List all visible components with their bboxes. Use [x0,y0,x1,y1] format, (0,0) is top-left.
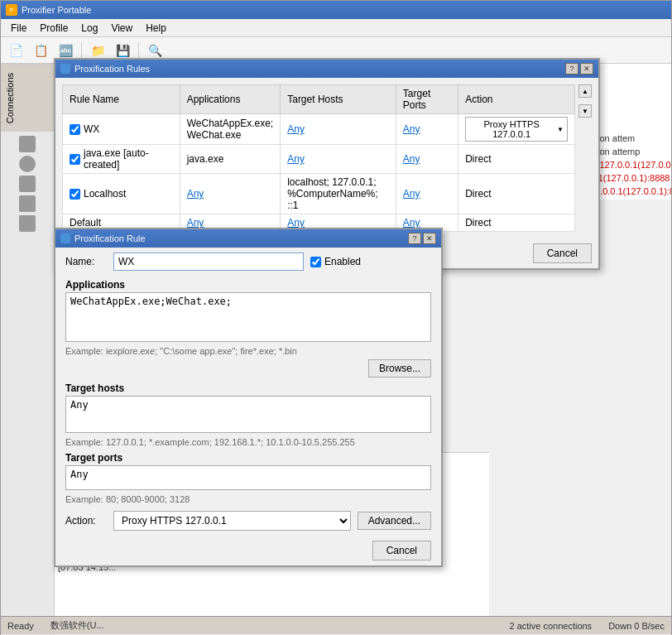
icon-lines[interactable] [19,195,36,212]
rules-dialog-content: Rule Name Applications Target Hosts Targ… [55,78,598,238]
rule-cancel-btn[interactable]: Cancel [372,541,431,560]
browse-row: Browse... [55,358,441,379]
rule-action-default: Direct [458,214,575,232]
rules-dialog-icon [60,64,70,74]
left-panel: Connections ◀ [1,64,55,635]
rule-dialog-footer: Cancel [55,536,441,565]
menu-help[interactable]: Help [139,21,173,36]
rule-hosts-localhost: localhost; 127.0.0.1;%ComputerName%; ::1 [281,174,396,214]
rule-help-btn[interactable]: ? [408,233,421,244]
name-label: Name: [65,256,107,267]
enabled-label: Enabled [324,256,361,267]
app-title: Proxifier Portable [22,5,91,15]
status-speed: Down 0 B/sec [608,621,665,631]
statusbar: Ready 数强软件(U... 2 active connections Dow… [1,616,671,634]
col-target-hosts: Target Hosts [281,85,396,114]
rule-action-wx: Proxy HTTPS 127.0.0.1 ▼ [458,114,575,145]
icon-tree[interactable] [19,215,36,232]
action-label: Action: [65,515,107,527]
table-row: java.exe [auto-created] java.exe Any Any… [63,145,575,174]
rule-name-java: java.exe [auto-created] [63,145,180,174]
rule-ports-wx: Any [396,114,458,145]
rule-checkbox-localhost[interactable] [70,189,80,200]
enabled-checkbox[interactable] [310,257,321,267]
col-applications: Applications [180,85,281,114]
rule-apps-localhost: Any [180,174,281,214]
rules-close-btn[interactable]: ✕ [580,63,593,75]
left-icons [1,132,54,236]
icon-search[interactable] [19,176,36,192]
target-hosts-label: Target hosts [55,379,441,396]
status-software: 数强软件(U... [50,619,104,632]
status-connections: 2 active connections [509,621,592,631]
rules-help-btn[interactable]: ? [565,63,578,75]
scroll-down-btn[interactable]: ▼ [578,104,592,118]
table-scrollbar: ▲ ▼ [578,84,592,118]
rules-dialog-title: Proxification Rules [74,64,150,74]
connections-tab[interactable]: Connections [1,64,54,132]
action-select[interactable]: Proxy HTTPS 127.0.0.1 Direct Block [113,511,351,531]
col-action: Action [458,85,575,114]
menu-file[interactable]: File [4,21,33,36]
toolbar-list-btn[interactable]: 📋 [29,40,52,61]
rule-ports-java: Any [396,145,458,174]
menu-log[interactable]: Log [74,21,104,36]
name-input[interactable] [113,253,304,271]
applications-textarea[interactable]: WeChatAppEx.exe;WeChat.exe; [65,292,431,342]
rule-name-localhost: Localhost [63,174,180,214]
app-titlebar: P Proxifier Portable [1,1,671,19]
name-row: Name: Enabled [55,248,441,276]
col-target-ports: Target Ports [396,85,458,114]
rule-ports-localhost: Any [396,174,458,214]
rule-hosts-wx: Any [281,114,396,145]
icon-circle[interactable] [19,156,36,172]
table-row: WX WeChatAppEx.exe;WeChat.exe Any Any Pr… [63,114,575,145]
ports-example: Example: 80; 8000-9000; 3128 [55,493,441,506]
scroll-up-btn[interactable]: ▲ [578,84,592,98]
rule-apps-java: java.exe [180,145,281,174]
rule-dialog-title: Proxification Rule [74,233,146,243]
table-row: Localhost Any localhost; 127.0.0.1;%Comp… [63,174,575,214]
rule-hosts-java: Any [281,145,396,174]
rule-dialog-icon [60,233,70,243]
target-ports-textarea[interactable]: Any [65,465,431,490]
browse-btn[interactable]: Browse... [368,359,431,378]
menubar: File Profile Log View Help [1,19,671,37]
rule-close-btn[interactable]: ✕ [423,233,436,244]
action-dropdown-wx[interactable]: Proxy HTTPS 127.0.0.1 ▼ [465,117,568,142]
toolbar-doc-btn[interactable]: 📄 [4,40,27,61]
toolbar-sep-1 [81,42,82,59]
rules-dialog-titlebar: Proxification Rules ? ✕ [55,60,598,78]
target-hosts-textarea[interactable]: Any [65,396,431,433]
rule-checkbox-java[interactable] [70,154,80,165]
advanced-btn[interactable]: Advanced... [358,512,431,530]
menu-view[interactable]: View [104,21,139,36]
col-rule-name: Rule Name [63,85,180,114]
rule-apps-wx: WeChatAppEx.exe;WeChat.exe [180,114,281,145]
menu-profile[interactable]: Profile [33,21,74,36]
status-ready: Ready [7,621,34,631]
toolbar-sep-2 [138,42,139,59]
applications-example: Example: iexplore.exe; "C:\some app.exe"… [55,344,441,358]
rule-action-localhost: Direct [458,174,575,214]
applications-section-label: Applications [55,276,441,292]
rule-dialog: Proxification Rule ? ✕ Name: Enabled App… [54,228,443,567]
rule-dialog-titlebar: Proxification Rule ? ✕ [55,229,441,248]
hosts-example: Example: 127.0.0.1; *.example.com; 192.1… [55,435,441,449]
app-icon: P [6,4,17,16]
rule-checkbox-wx[interactable] [70,124,80,135]
rules-cancel-btn[interactable]: Cancel [533,243,592,263]
enabled-checkbox-label[interactable]: Enabled [310,256,361,267]
target-ports-label: Target ports [55,449,441,465]
icon-arrow[interactable] [19,136,36,152]
action-row: Action: Proxy HTTPS 127.0.0.1 Direct Blo… [55,506,441,536]
rule-name-wx: WX [63,114,180,145]
rule-action-java: Direct [458,145,575,174]
rules-table: Rule Name Applications Target Hosts Targ… [62,84,575,232]
